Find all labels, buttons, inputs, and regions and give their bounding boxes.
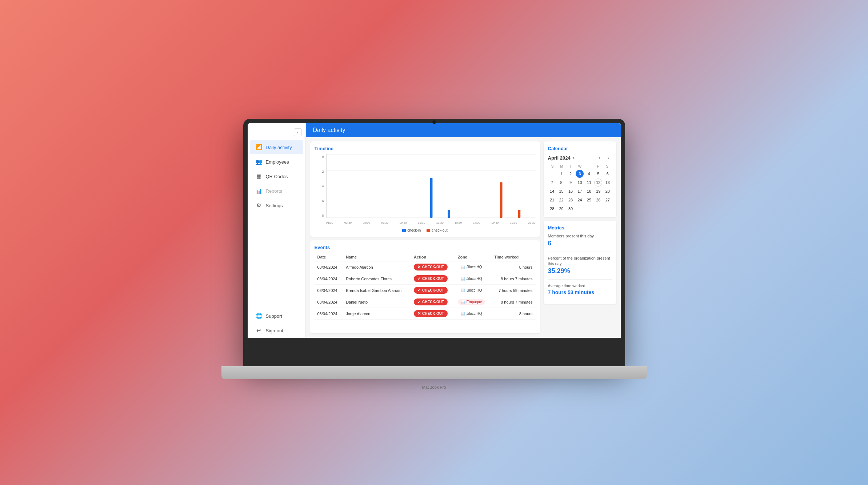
calendar-day[interactable]: 14 bbox=[548, 187, 556, 195]
calendar-day[interactable]: 3 bbox=[576, 170, 584, 178]
metric-value: 7 hours 53 minutes bbox=[548, 289, 612, 295]
sidebar-item-qrcodes[interactable]: ▦ QR Codes bbox=[250, 169, 303, 183]
prev-month-button[interactable]: ‹ bbox=[596, 154, 603, 161]
legend-checkin: check-in bbox=[402, 228, 421, 232]
laptop-screen: ‹ 📶 Daily activity 👥 Employees ▦ QR Code… bbox=[248, 123, 621, 338]
zone-badge: 📊 Jilocc HQ bbox=[458, 264, 485, 270]
cell-action: ✓ CHECK-OUT bbox=[411, 285, 455, 296]
reports-icon: 📊 bbox=[256, 188, 262, 194]
collapse-button[interactable]: ‹ bbox=[294, 128, 302, 136]
y-label-4: 4 bbox=[315, 184, 325, 188]
y-axis: 8 6 4 2 0 bbox=[315, 154, 325, 218]
sidebar-item-signout[interactable]: ↩ Sign-out bbox=[250, 324, 303, 337]
x-label-10: 21:30 bbox=[510, 221, 517, 224]
calendar-day[interactable]: 17 bbox=[576, 187, 584, 195]
legend-checkout: check-out bbox=[427, 228, 447, 232]
calendar-day[interactable]: 10 bbox=[576, 179, 584, 187]
zone-icon: 📊 bbox=[461, 277, 465, 281]
col-action: Action bbox=[411, 253, 455, 261]
table-row: 03/04/2024 Roberto Cervantes Flores ✓ CH… bbox=[315, 273, 536, 285]
page-title: Daily activity bbox=[306, 123, 621, 137]
calendar-nav: ‹ › bbox=[596, 154, 612, 161]
action-badge: ✓ CHECK-OUT bbox=[414, 275, 448, 282]
table-row: 03/04/2024 Brenda Isabel Gamboa Alarcón … bbox=[315, 285, 536, 296]
x-label-8: 17:30 bbox=[473, 221, 480, 224]
cell-date: 03/04/2024 bbox=[315, 296, 343, 308]
calendar-day[interactable]: 25 bbox=[585, 196, 593, 204]
calendar-day[interactable]: 8 bbox=[557, 179, 565, 187]
action-badge: ✓ CHECK-OUT bbox=[414, 287, 448, 294]
sidebar-collapse-area: ‹ bbox=[248, 126, 305, 139]
main-content: Daily activity Timeline 8 6 4 2 bbox=[306, 123, 621, 338]
metric-label: Average time worked bbox=[548, 283, 612, 288]
cell-name: Daniel Nieto bbox=[343, 296, 411, 308]
calendar-day[interactable]: 16 bbox=[567, 187, 575, 195]
dropdown-arrow-icon: ▼ bbox=[572, 156, 575, 160]
cell-action: ✕ CHECK-OUT bbox=[411, 308, 455, 320]
x-axis: 01:30 03:30 05:30 07:30 09:30 11:30 13:3… bbox=[326, 218, 536, 227]
calendar-day[interactable]: 13 bbox=[604, 179, 612, 187]
sidebar-item-reports[interactable]: 📊 Reports bbox=[250, 184, 303, 198]
metric-item: Members present this day 6 bbox=[548, 233, 612, 247]
calendar-day[interactable]: 29 bbox=[557, 205, 565, 213]
metric-item: Percent of the organization present this… bbox=[548, 256, 612, 275]
sidebar-item-label: Employees bbox=[266, 159, 289, 165]
chart-container: 8 6 4 2 0 bbox=[315, 154, 536, 227]
zone-badge: 📊 Jilocc HQ bbox=[458, 288, 485, 293]
calendar-day[interactable]: 5 bbox=[594, 170, 602, 178]
y-label-2: 2 bbox=[315, 170, 325, 173]
cell-time: 8 hours bbox=[491, 261, 535, 273]
chart-legend: check-in check-out bbox=[315, 228, 536, 232]
sidebar-item-label: Reports bbox=[266, 188, 283, 194]
calendar-day[interactable]: 12 bbox=[594, 179, 602, 187]
cell-zone: 📊 Jilocc HQ bbox=[455, 261, 492, 273]
content-area: Timeline 8 6 4 2 0 bbox=[306, 137, 621, 338]
calendar-day[interactable]: 24 bbox=[576, 196, 584, 204]
bar-chart-svg bbox=[327, 154, 536, 218]
calendar-day[interactable]: 23 bbox=[567, 196, 575, 204]
calendar-day[interactable]: 22 bbox=[557, 196, 565, 204]
y-label-8: 8 bbox=[315, 214, 325, 217]
cell-name: Jorge Alarcon bbox=[343, 308, 411, 320]
sidebar-item-support[interactable]: 🌐 Support bbox=[250, 309, 303, 323]
sidebar-item-settings[interactable]: ⚙ Settings bbox=[250, 199, 303, 212]
calendar-day[interactable]: 21 bbox=[548, 196, 556, 204]
calendar-day[interactable]: 2 bbox=[567, 170, 575, 178]
calendar-day[interactable]: 20 bbox=[604, 187, 612, 195]
calendar-day[interactable]: 26 bbox=[594, 196, 602, 204]
sidebar-item-daily-activity[interactable]: 📶 Daily activity bbox=[250, 140, 303, 154]
cell-time: 7 hours 59 minutes bbox=[491, 285, 535, 296]
sidebar-item-employees[interactable]: 👥 Employees bbox=[250, 155, 303, 169]
settings-icon: ⚙ bbox=[256, 202, 262, 209]
cell-date: 03/04/2024 bbox=[315, 285, 343, 296]
zone-icon: 📊 bbox=[461, 300, 465, 304]
activity-icon: 📶 bbox=[256, 144, 262, 151]
calendar-day[interactable]: 30 bbox=[567, 205, 575, 213]
calendar-day[interactable]: 27 bbox=[604, 196, 612, 204]
zone-badge: 📊 Jilocc HQ bbox=[458, 311, 485, 316]
col-date: Date bbox=[315, 253, 343, 261]
cell-zone: 📊 Jilocc HQ bbox=[455, 308, 492, 320]
sidebar: ‹ 📶 Daily activity 👥 Employees ▦ QR Code… bbox=[248, 123, 306, 338]
calendar-day[interactable]: 11 bbox=[585, 179, 593, 187]
sidebar-item-label: QR Codes bbox=[266, 174, 288, 179]
action-badge: ✓ CHECK-OUT bbox=[414, 298, 448, 305]
zone-badge: 📊 Empaque bbox=[458, 299, 485, 305]
table-row: 03/04/2024 Jorge Alarcon ✕ CHECK-OUT 📊 J… bbox=[315, 308, 536, 320]
signout-icon: ↩ bbox=[256, 327, 262, 334]
calendar-day[interactable]: 19 bbox=[594, 187, 602, 195]
calendar-day[interactable]: 7 bbox=[548, 179, 556, 187]
calendar-day[interactable]: 9 bbox=[567, 179, 575, 187]
left-panel: Timeline 8 6 4 2 0 bbox=[310, 141, 540, 333]
calendar-day[interactable]: 18 bbox=[585, 187, 593, 195]
events-card: Events Date Name Action Zone Time worked bbox=[310, 240, 540, 333]
x-label-4: 09:30 bbox=[400, 221, 407, 224]
calendar-day[interactable]: 6 bbox=[604, 170, 612, 178]
next-month-button[interactable]: › bbox=[605, 154, 612, 161]
cell-zone: 📊 Jilocc HQ bbox=[455, 285, 492, 296]
calendar-day[interactable]: 28 bbox=[548, 205, 556, 213]
calendar-day[interactable]: 1 bbox=[557, 170, 565, 178]
calendar-day[interactable]: 4 bbox=[585, 170, 593, 178]
calendar-title: Calendar bbox=[548, 146, 612, 151]
calendar-day[interactable]: 15 bbox=[557, 187, 565, 195]
